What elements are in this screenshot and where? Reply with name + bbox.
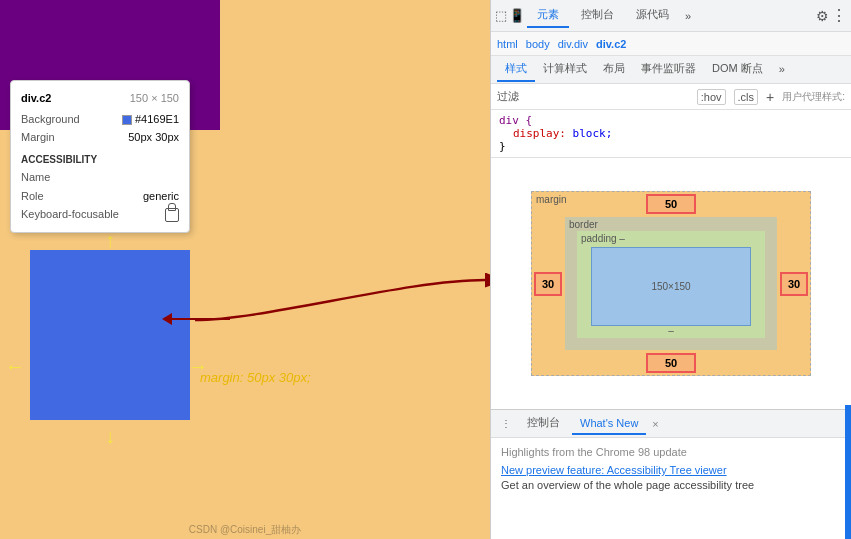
margin-bottom-value: 50 [648, 355, 694, 371]
tab-dom-breakpoints[interactable]: DOM 断点 [704, 57, 771, 82]
tab-console-bottom[interactable]: 控制台 [519, 411, 568, 436]
devtools-panel: ⬚ 📱 元素 控制台 源代码 » ⚙ ⋮ html body div.div d… [490, 0, 851, 539]
more-tabs-icon[interactable]: » [681, 6, 695, 26]
breadcrumb-div-c2[interactable]: div.c2 [596, 38, 626, 50]
accessibility-tree-link[interactable]: New preview feature: Accessibility Tree … [501, 464, 841, 476]
breadcrumb: html body div.div div.c2 [491, 32, 851, 56]
arrow-left-icon: ← [5, 355, 25, 378]
margin-right-value: 30 [782, 274, 806, 294]
watermark: CSDN @Coisinei_甜柚办 [0, 521, 490, 539]
breadcrumb-div-div[interactable]: div.div [558, 38, 588, 50]
accessibility-title: ACCESSIBILITY [21, 151, 179, 168]
css-rules-panel: div { display: block; } [491, 110, 851, 158]
tooltip-element-name: div.c2 [21, 89, 51, 108]
margin-text: margin: 50px 30px; [200, 370, 311, 385]
css-property: display: block; [513, 127, 612, 140]
css-selector: div { [499, 114, 532, 127]
tab-elements[interactable]: 元素 [527, 3, 569, 28]
content-size: 150×150 [651, 281, 690, 292]
padding-dash-bottom: – [668, 325, 674, 336]
box-model-container: margin 50 50 30 30 [499, 166, 843, 401]
tooltip-dimensions: 150 × 150 [130, 89, 179, 108]
filter-plus-button[interactable]: + [766, 89, 774, 105]
device-icon[interactable]: 📱 [509, 8, 525, 23]
margin-top-value: 50 [648, 196, 694, 212]
filter-input[interactable] [527, 91, 689, 103]
border-layer: border padding – 150×150 – [565, 217, 777, 350]
bg-label: Background [21, 110, 80, 129]
browser-viewport: div.c2 150 × 150 Background #4169E1 Marg… [0, 0, 490, 539]
keyboard-label: Keyboard-focusable [21, 205, 119, 224]
margin-label: Margin [21, 128, 55, 147]
tab-layout[interactable]: 布局 [595, 57, 633, 82]
sub-tabs: 样式 计算样式 布局 事件监听器 DOM 断点 » [491, 56, 851, 84]
color-swatch [122, 115, 132, 125]
margin-top-highlight: 50 [646, 194, 696, 214]
tab-computed[interactable]: 计算样式 [535, 57, 595, 82]
tab-styles[interactable]: 样式 [497, 57, 535, 82]
arrow-bottom-icon: ↓ [105, 425, 115, 448]
margin-left-value: 30 [536, 274, 560, 294]
blue-element [30, 250, 190, 420]
bottom-panel: ⋮ 控制台 What's New × Highlights from the C… [491, 409, 851, 539]
tab-sources[interactable]: 源代码 [626, 3, 679, 28]
tab-more[interactable]: » [771, 59, 793, 81]
role-label: Role [21, 187, 44, 206]
inspect-icon[interactable]: ⬚ [495, 8, 507, 23]
tab-whats-new[interactable]: What's New [572, 413, 646, 435]
tab-console[interactable]: 控制台 [571, 3, 624, 28]
filter-row: 过滤 :hov .cls + 用户代理样式: [491, 84, 851, 110]
name-label: Name [21, 168, 50, 187]
breadcrumb-body[interactable]: body [526, 38, 550, 50]
bg-value: #4169E1 [122, 110, 179, 129]
accessibility-tree-desc: Get an overview of the whole page access… [501, 479, 841, 491]
more-options-icon[interactable]: ⋮ [831, 6, 847, 25]
blue-scroll-indicator [845, 405, 851, 539]
css-close: } [499, 140, 506, 153]
keyboard-row: Keyboard-focusable [21, 205, 179, 224]
margin-left-highlight: 30 [534, 272, 562, 296]
devtools-top-tabs: ⬚ 📱 元素 控制台 源代码 » ⚙ ⋮ [491, 0, 851, 32]
breadcrumb-html[interactable]: html [497, 38, 518, 50]
filter-hov-button[interactable]: :hov [697, 89, 726, 105]
user-agent-label: 用户代理样式: [782, 90, 845, 104]
filter-cls-button[interactable]: .cls [734, 89, 759, 105]
settings-gear-icon[interactable]: ⚙ [816, 8, 829, 24]
red-arrow-left [170, 318, 230, 320]
element-tooltip: div.c2 150 × 150 Background #4169E1 Marg… [10, 80, 190, 233]
filter-label: 过滤 [497, 89, 519, 104]
content-layer: 150×150 [591, 247, 751, 326]
highlights-text: Highlights from the Chrome 98 update [501, 446, 841, 458]
close-whats-new-button[interactable]: × [652, 418, 658, 430]
border-label: border [565, 217, 777, 232]
margin-right-highlight: 30 [780, 272, 808, 296]
padding-label: padding – [577, 231, 765, 246]
bottom-content: Highlights from the Chrome 98 update New… [491, 438, 851, 539]
margin-value: 50px 30px [128, 128, 179, 147]
red-arrow-large [185, 270, 490, 360]
tab-event-listeners[interactable]: 事件监听器 [633, 57, 704, 82]
box-model-area: margin 50 50 30 30 [491, 158, 851, 409]
box-model: margin 50 50 30 30 [531, 191, 811, 376]
bottom-panel-dots[interactable]: ⋮ [497, 418, 515, 429]
margin-bottom-highlight: 50 [646, 353, 696, 373]
bottom-tabs: ⋮ 控制台 What's New × [491, 410, 851, 438]
lock-icon [165, 208, 179, 222]
padding-layer: padding – 150×150 – [577, 231, 765, 338]
